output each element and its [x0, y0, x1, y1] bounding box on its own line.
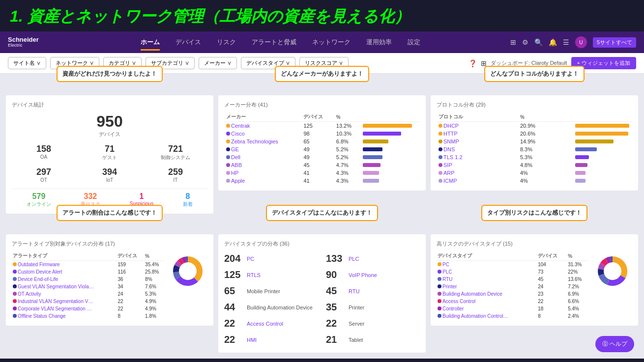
manufacturer-card: メーカー分布 (41) メーカー デバイス % Centrak 125 13.2… [218, 95, 426, 191]
list-item[interactable]: 44 Building Automation Device [224, 300, 318, 314]
risk-content: デバイスタイプ デバイス % PC 104 31.3% PLC 73 22% R… [437, 251, 632, 320]
device-cell-oa: 158 OA [12, 142, 76, 163]
table-row[interactable]: TLS 1.2 5.3% [437, 153, 632, 161]
bell-icon[interactable]: 🔔 [549, 38, 557, 46]
risk-header-devices: デバイス [537, 251, 567, 261]
risk-card: 高リスクのデバイスタイプ (15) デバイスタイプ デバイス % PC 104 … [431, 234, 638, 326]
risk-table: デバイスタイプ デバイス % PC 104 31.3% PLC 73 22% R… [437, 251, 589, 320]
table-row[interactable]: Access Control 22 6.6% [437, 298, 589, 305]
list-item[interactable]: 90 VoIP Phone [326, 268, 420, 282]
table-row[interactable]: SNMP 14.9% [437, 138, 632, 145]
nav-risk[interactable]: リスク [217, 36, 236, 49]
list-item[interactable]: 21 Tablet [326, 333, 420, 347]
filter-maker[interactable]: メーカー ∨ [199, 57, 237, 69]
filter-site[interactable]: サイト名 ∨ [8, 57, 46, 69]
table-row[interactable]: DNS 8.3% [437, 145, 632, 153]
table-row[interactable]: Industrial VLAN Segmentation V… 22 4.9% [12, 298, 164, 305]
table-row[interactable]: HTTP 20.6% [437, 130, 632, 138]
table-row[interactable]: OT Activity 24 5.3% [12, 290, 164, 298]
device-cell-ot: 297 OT [12, 165, 76, 185]
status-new[interactable]: 8 新着 [183, 192, 193, 208]
table-row[interactable]: PC 104 31.3% [437, 261, 589, 269]
page-title: 1. 資産とネットワーク管理（工場内の資産を見える化） [0, 0, 644, 31]
table-row[interactable]: Printer 24 7.2% [437, 283, 589, 290]
callout-alerts: アラートの割合はこんな感じです！ [57, 205, 163, 221]
table-row[interactable]: ABB 45 4.7% [224, 161, 420, 169]
alert-title: アラートタイプ別対象デバイスの分布 (17) [12, 240, 207, 248]
status-online[interactable]: 579 オンライン [27, 192, 51, 208]
help-circle-icon[interactable]: ❓ [468, 59, 477, 67]
table-row[interactable]: ARP 4% [437, 169, 632, 177]
risk-header-pct: % [567, 251, 589, 261]
callout-devtypes: デバイスタイプはこんなにあります！ [266, 205, 378, 221]
list-item[interactable]: 22 Server [326, 316, 420, 331]
table-row[interactable]: Guest VLAN Segmentation Viola… 34 7.6% [12, 283, 164, 290]
nav-settings[interactable]: 設定 [408, 36, 420, 49]
list-item[interactable]: 22 HMI [224, 333, 318, 347]
nav-network[interactable]: ネットワーク [312, 36, 351, 49]
menu-icon[interactable]: ☰ [563, 38, 569, 46]
monitor-icon[interactable]: ⊞ [510, 38, 516, 46]
protocol-card: プロトコル分布 (29) プロトコル % DHCP 20.9% HTTP 20.… [431, 95, 638, 191]
protocol-title: プロトコル分布 (29) [437, 101, 632, 109]
risk-table-wrap: デバイスタイプ デバイス % PC 104 31.3% PLC 73 22% R… [437, 251, 589, 320]
alert-donut [168, 251, 207, 291]
list-item[interactable]: 204 PC [224, 251, 318, 266]
list-item[interactable]: 22 Access Control [224, 316, 318, 331]
brand-logo: Schneider Electric [8, 36, 39, 48]
table-row[interactable]: Dell 49 5.2% [224, 153, 420, 161]
device-grid: 158 OA 71 ゲスト 721 制御システム 297 OT 394 Io [12, 142, 207, 185]
table-row[interactable]: Custom Device Alert 116 25.8% [12, 268, 164, 276]
table-row[interactable]: Offline Status Change 8 1.8% [12, 312, 164, 320]
table-row[interactable]: Apple 41 4.3% [224, 177, 420, 185]
table-row[interactable]: Corporate VLAN Segmentation … 22 4.9% [12, 305, 164, 312]
table-row[interactable]: Building Automation Device 23 6.9% [437, 290, 589, 298]
table-row[interactable]: ICMP 4% [437, 177, 632, 185]
alert-table: アラートタイプ デバイス % Outdated Firmware 159 35.… [12, 251, 164, 320]
manufacturer-title: メーカー分布 (41) [224, 101, 420, 109]
table-row[interactable]: Outdated Firmware 159 35.4% [12, 261, 164, 269]
alert-wrapper: アラートの割合はこんな感じです！ アラートタイプ別対象デバイスの分布 (17) … [6, 219, 213, 353]
settings-icon[interactable]: ⚙ [522, 38, 528, 46]
device-stats-card: デバイス統計 950 デバイス 158 OA 71 ゲスト 721 制御システム [6, 95, 213, 214]
device-total: 950 デバイス [12, 112, 207, 138]
table-row[interactable]: HP 41 4.3% [224, 169, 420, 177]
table-row[interactable]: Device End-of-Life 36 8% [12, 276, 164, 283]
table-row[interactable]: Building Automation Control… 8 2.4% [437, 312, 589, 320]
nav-home[interactable]: ホーム [141, 36, 160, 49]
table-row[interactable]: Cisco 98 10.3% [224, 130, 420, 138]
help-button[interactable]: ⓪ ヘルプ [595, 336, 634, 352]
alert-table-wrap: アラートタイプ デバイス % Outdated Firmware 159 35.… [12, 251, 164, 320]
list-item[interactable]: 35 Printer [326, 300, 420, 314]
nav-menu: ホーム デバイス リスク アラートと脅威 ネットワーク 運用効率 設定 [51, 36, 510, 49]
table-row[interactable]: Centrak 125 13.2% [224, 122, 420, 130]
list-item[interactable]: 133 PLC [326, 251, 420, 266]
risk-wrapper: タイプ別リスクはこんな感じです！ 高リスクのデバイスタイプ (15) デバイスタ… [431, 219, 638, 353]
sites-badge[interactable]: 5サイトすべて [593, 37, 636, 48]
nav-ops[interactable]: 運用効率 [366, 36, 392, 49]
device-stats-wrapper: 資産がどれだけ見つかりましたよ！ デバイス統計 950 デバイス 158 OA … [6, 80, 213, 214]
user-avatar[interactable]: U [575, 36, 587, 48]
mfr-header-bar [361, 112, 420, 122]
table-row[interactable]: Controller 18 5.4% [437, 305, 589, 312]
main-content: 資産がどれだけ見つかりましたよ！ デバイス統計 950 デバイス 158 OA … [0, 74, 644, 359]
manufacturer-wrapper: どんなメーカーがありますよ！ メーカー分布 (41) メーカー デバイス % C… [218, 80, 426, 214]
search-icon[interactable]: 🔍 [534, 38, 543, 46]
list-item[interactable]: 45 RTU [326, 284, 420, 298]
list-item[interactable]: 65 Mobile Printer [224, 284, 318, 298]
table-row[interactable]: SIP 4.8% [437, 161, 632, 169]
alert-header-type: アラートタイプ [12, 251, 117, 261]
devtype-wrapper: デバイスタイプはこんなにあります！ デバイスタイプの分布 (36) 204 PC… [218, 219, 426, 353]
table-row[interactable]: RTU 45 13.6% [437, 276, 589, 283]
list-item[interactable]: 125 RTLS [224, 268, 318, 282]
alert-content: アラートタイプ デバイス % Outdated Firmware 159 35.… [12, 251, 207, 320]
nav-devices[interactable]: デバイス [176, 36, 201, 49]
alert-card: アラートタイプ別対象デバイスの分布 (17) アラートタイプ デバイス % Ou… [6, 234, 213, 326]
callout-assets: 資産がどれだけ見つかりましたよ！ [57, 66, 163, 82]
nav-alerts[interactable]: アラートと脅威 [252, 36, 296, 49]
logo-electric: Electric [8, 43, 23, 48]
table-row[interactable]: GE 49 5.2% [224, 145, 420, 153]
table-row[interactable]: DHCP 20.9% [437, 122, 632, 130]
table-row[interactable]: Zebra Technologies 65 6.8% [224, 138, 420, 145]
table-row[interactable]: PLC 73 22% [437, 268, 589, 276]
